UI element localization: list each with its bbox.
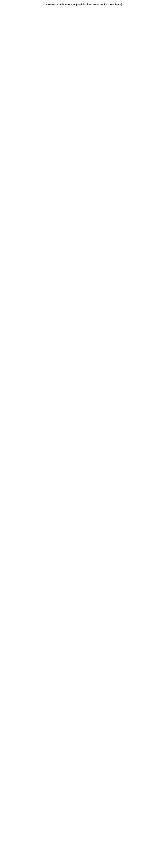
diagram-title: SAP ABAP table PLPO_DI {Task list item s… [1, 3, 164, 6]
